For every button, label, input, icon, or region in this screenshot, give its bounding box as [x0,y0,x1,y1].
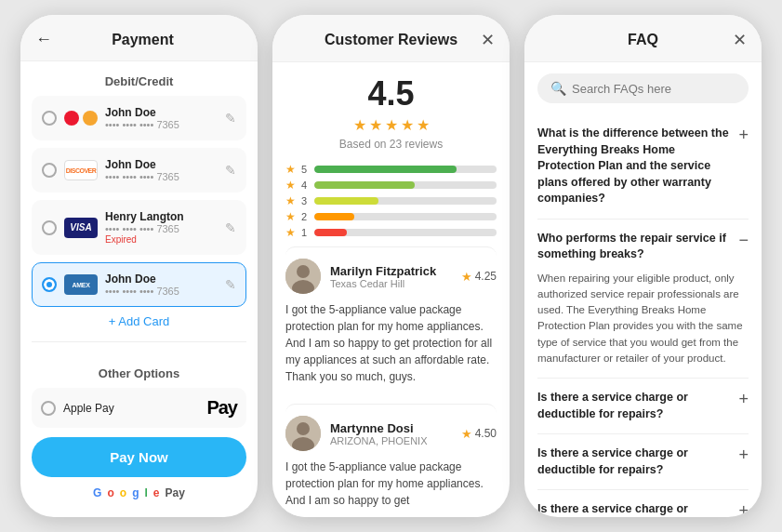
reviewer-rating-value-1: 4.25 [475,270,497,283]
card-radio-mastercard[interactable] [42,111,57,126]
bar-star-5: ★ [285,163,296,176]
card-number: •••• •••• •••• 7365 [105,171,218,182]
bar-label-3: 3 [301,195,309,206]
star-2: ★ [369,116,382,134]
star-3: ★ [385,116,398,134]
card-edit-icon[interactable]: ✎ [225,111,236,126]
review-text-2: I got the 5-appliance value package prot… [285,459,497,509]
bar-row-2: ★ 2 [285,210,497,223]
bar-track-5 [314,166,497,173]
card-name: John Doe [105,273,218,286]
faq-question-4: Is there a service charge or deductible … [537,446,731,478]
apple-pay-row[interactable]: Apple Pay Pay [32,388,246,428]
faq-collapse-2[interactable]: − [738,231,749,250]
review-card-1: Marilyn Fitzpatrick Texas Cedar Hill ★ 4… [285,246,497,396]
faq-answer-2: When repairing your eligible product, on… [537,271,749,367]
faq-question-3: Is there a service charge or deductible … [537,390,731,422]
reviewer-info-2: Martynne Dosi ARIZONA, PHOENIX [330,421,452,446]
faq-question-2: Who performs the repair service if somet… [537,231,731,263]
card-name: John Doe [105,158,218,171]
faq-item-3: Is there a service charge or deductible … [537,379,749,434]
faq-item-2: Who performs the repair service if somet… [537,219,749,379]
card-item-amex[interactable]: AMEX John Doe •••• •••• •••• 7365 ✎ [32,262,246,307]
card-radio-amex[interactable] [42,277,57,292]
review-count: Based on 23 reviews [285,138,497,151]
faq-question-1: What is the difference between the Every… [537,126,731,207]
bar-fill-4 [314,181,415,189]
card-name: Henry Langton [105,210,218,223]
faq-title: FAQ [562,32,724,48]
faq-expand-4[interactable]: + [738,446,749,465]
card-name: John Doe [105,106,218,119]
card-radio-visa[interactable] [42,220,57,235]
reviewer-row-1: Marilyn Fitzpatrick Texas Cedar Hill ★ 4… [285,259,497,294]
svg-point-4 [297,422,310,435]
bar-track-2 [314,213,497,220]
faq-search-bar[interactable]: 🔍 [537,73,749,103]
faq-body: 🔍 What is the difference between the Eve… [524,62,762,517]
avatar-svg-2 [285,416,321,451]
reviews-close-button[interactable]: ✕ [472,30,495,50]
faq-expand-3[interactable]: + [738,390,749,409]
bar-label-4: 4 [301,180,309,191]
rating-bars: ★ 5 ★ 4 ★ 3 ★ 2 [285,163,497,239]
bar-row-5: ★ 5 [285,163,497,176]
reviews-body: 4.5 ★ ★ ★ ★ ★ Based on 23 reviews ★ 5 ★ … [272,62,510,517]
reviewer-name-2: Martynne Dosi [330,421,452,435]
bar-fill-5 [314,166,457,173]
faq-item-5: Is there a service charge or deductible … [537,490,749,517]
faq-question-row-2: Who performs the repair service if somet… [537,231,749,263]
card-item-visa[interactable]: VISA Henry Langton •••• •••• •••• 7365 E… [32,200,246,255]
search-input[interactable] [572,82,736,96]
bar-row-3: ★ 3 [285,194,497,207]
card-item-mastercard[interactable]: John Doe •••• •••• •••• 7365 ✎ [32,96,246,140]
card-edit-icon[interactable]: ✎ [225,277,236,292]
faq-expand-5[interactable]: + [738,501,749,517]
card-radio-discover[interactable] [42,163,57,178]
bar-star-1: ★ [285,226,296,239]
reviewer-star-1: ★ [461,270,472,284]
bar-fill-3 [314,197,378,205]
bar-label-5: 5 [301,164,309,175]
card-edit-icon[interactable]: ✎ [225,163,236,178]
faq-question-row-3: Is there a service charge or deductible … [537,390,749,422]
review-card-2: Martynne Dosi ARIZONA, PHOENIX ★ 4.50 I … [285,404,497,517]
review-text-1: I got the 5-appliance value package prot… [285,301,497,385]
faq-header: FAQ ✕ [524,15,762,62]
reviewer-location-2: ARIZONA, PHOENIX [330,435,452,446]
star-4: ★ [401,116,414,134]
mastercard-logo [64,107,98,129]
reviewer-rating-value-2: 4.50 [475,427,497,440]
svg-point-1 [297,265,310,278]
bar-row-4: ★ 4 [285,179,497,192]
bar-track-3 [314,197,497,205]
add-card-button[interactable]: + Add Card [32,314,246,328]
faq-question-row-4: Is there a service charge or deductible … [537,446,749,478]
reviewer-avatar-1 [285,259,321,294]
card-info-mastercard: John Doe •••• •••• •••• 7365 [105,106,218,130]
star-1: ★ [353,116,366,134]
card-number: •••• •••• •••• 7365 [105,286,218,297]
apple-pay-logo: Pay [206,397,237,419]
bar-label-1: 1 [301,227,309,238]
faq-close-button[interactable]: ✕ [724,30,747,50]
card-edit-icon[interactable]: ✎ [225,220,236,235]
bar-fill-1 [314,229,347,236]
reviewer-row-2: Martynne Dosi ARIZONA, PHOENIX ★ 4.50 [285,416,497,451]
expired-label: Expired [105,234,218,245]
pay-now-button[interactable]: Pay Now [32,437,246,477]
reviews-title: Customer Reviews [310,32,472,48]
discover-logo: DISCOVER [64,159,98,181]
avatar-svg-1 [285,259,321,294]
back-arrow-icon[interactable]: ← [35,30,52,49]
card-number: •••• •••• •••• 7365 [105,119,218,130]
apple-pay-radio[interactable] [41,401,56,416]
reviewer-rating-2: ★ 4.50 [461,427,497,441]
faq-expand-1[interactable]: + [738,126,749,145]
payment-panel: ← Payment Debit/Credit John Doe •••• •••… [20,15,258,517]
card-item-discover[interactable]: DISCOVER John Doe •••• •••• •••• 7365 ✎ [32,148,246,193]
stars-display: ★ ★ ★ ★ ★ [285,116,497,134]
card-number: •••• •••• •••• 7365 [105,223,218,234]
card-info-discover: John Doe •••• •••• •••• 7365 [105,158,218,182]
reviewer-rating-1: ★ 4.25 [461,270,497,284]
